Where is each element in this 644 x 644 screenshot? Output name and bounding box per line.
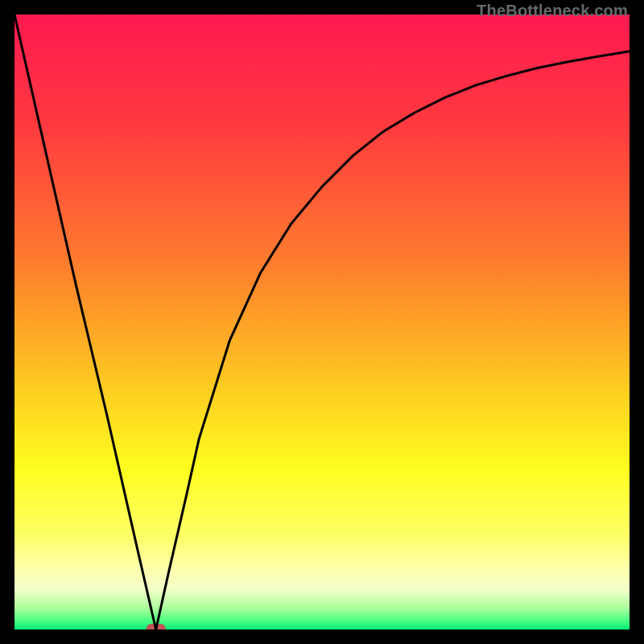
watermark-text: TheBottleneck.com (477, 2, 628, 20)
gradient-background (14, 14, 630, 630)
chart-frame (14, 14, 630, 630)
bottleneck-chart (14, 14, 630, 630)
